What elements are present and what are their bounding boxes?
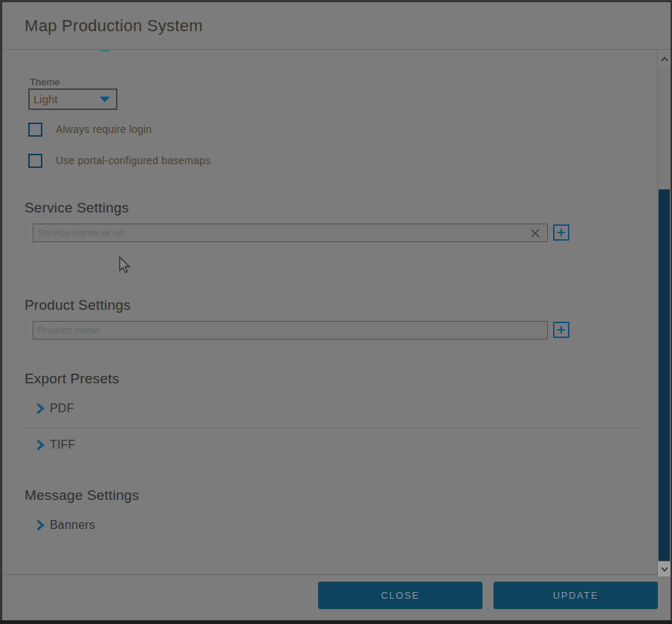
dialog-title: Map Production System <box>25 16 203 36</box>
product-settings-title: Product Settings <box>25 297 131 313</box>
theme-select-value: Light <box>33 93 100 105</box>
scroll-down-button[interactable] <box>658 562 671 576</box>
chevron-right-icon <box>36 439 45 451</box>
expander-tiff-label: TIFF <box>50 438 76 452</box>
expander-banners-label: Banners <box>50 519 95 532</box>
export-presets-title: Export Presets <box>25 371 119 387</box>
expander-pdf[interactable]: PDF <box>36 402 74 415</box>
scroll-up-button[interactable] <box>658 50 671 68</box>
window-border-left <box>0 0 2 624</box>
scroll-thumb[interactable] <box>659 189 670 561</box>
close-button[interactable]: CLOSE <box>318 582 482 609</box>
clear-service-input-button[interactable] <box>528 226 543 241</box>
chevron-right-icon <box>36 519 45 531</box>
scrollbar[interactable] <box>657 50 671 576</box>
window-border-top <box>0 0 672 2</box>
use-portal-basemaps-label: Use portal-configured basemaps <box>56 155 210 166</box>
service-name-input[interactable] <box>33 224 548 242</box>
chevron-down-icon <box>661 567 668 572</box>
expander-banners[interactable]: Banners <box>36 519 95 532</box>
caret-down-icon <box>100 97 110 103</box>
mouse-cursor <box>117 256 132 275</box>
add-service-button[interactable] <box>553 224 569 241</box>
service-settings-title: Service Settings <box>25 200 129 216</box>
footer-divider <box>0 574 672 575</box>
close-icon <box>530 228 540 238</box>
always-require-login-label: Always require login <box>56 123 152 135</box>
plus-icon <box>557 325 566 334</box>
expander-pdf-label: PDF <box>50 402 74 415</box>
update-button[interactable]: UPDATE <box>494 582 658 609</box>
add-product-button[interactable] <box>553 322 569 338</box>
plus-icon <box>557 228 566 237</box>
window-border-bottom <box>0 620 672 624</box>
always-require-login-checkbox[interactable] <box>28 123 42 137</box>
chevron-right-icon <box>36 403 45 415</box>
message-settings-title: Message Settings <box>25 487 139 504</box>
theme-label: Theme <box>30 77 59 88</box>
preset-divider <box>19 428 640 429</box>
use-portal-basemaps-checkbox[interactable] <box>28 154 42 168</box>
theme-select[interactable]: Light <box>28 88 117 110</box>
product-name-input[interactable] <box>33 321 548 339</box>
chevron-up-icon <box>661 56 668 62</box>
expander-tiff[interactable]: TIFF <box>36 438 76 452</box>
cropped-control-fragment <box>100 50 109 52</box>
map-production-system-dialog: Map Production System Theme Light Always… <box>0 0 672 624</box>
